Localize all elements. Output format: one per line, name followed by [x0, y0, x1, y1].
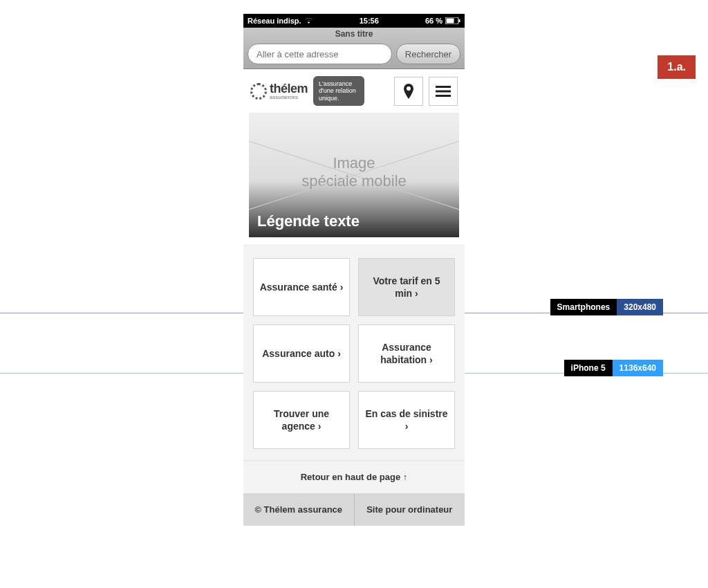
svg-rect-2: [458, 19, 460, 22]
guide-label-res: 320x480: [617, 299, 663, 315]
guide-label-name: iPhone 5: [564, 360, 613, 376]
hero-caption: Légende texte: [257, 212, 360, 230]
tile-grid: Assurance santé › Votre tarif en 5 min ›…: [243, 244, 465, 460]
tile-assurance-habitation[interactable]: Assurance habitation ›: [358, 324, 455, 383]
safari-search-button[interactable]: Rechercher: [396, 44, 460, 64]
tile-assurance-auto[interactable]: Assurance auto ›: [253, 324, 350, 383]
back-to-top-link[interactable]: Retour en haut de page ↑: [243, 460, 465, 493]
footer-desktop-link[interactable]: Site pour ordinateur: [355, 493, 465, 526]
tile-votre-tarif[interactable]: Votre tarif en 5 min ›: [358, 258, 455, 316]
brand-logo[interactable]: thélem assurances: [250, 82, 308, 100]
guide-label-smartphones: Smartphones 320x480: [550, 299, 663, 315]
guide-label-name: Smartphones: [550, 299, 617, 315]
tile-en-cas-de-sinistre[interactable]: En cas de sinistre ›: [358, 391, 455, 449]
site-header: thélem assurances L'assurance d'une rela…: [243, 69, 465, 113]
carrier-text: Réseau indisp.: [248, 17, 301, 25]
tile-assurance-sante[interactable]: Assurance santé ›: [253, 258, 350, 316]
logo-text-line1: thélem: [270, 82, 308, 95]
locate-agency-button[interactable]: [394, 77, 423, 106]
tile-trouver-agence[interactable]: Trouver une agence ›: [253, 391, 350, 449]
safari-window-title: Sans titre: [243, 28, 465, 41]
site-footer: © Thélem assurance Site pour ordinateur: [243, 493, 465, 526]
guide-label-iphone5: iPhone 5 1136x640: [564, 360, 663, 376]
safari-chrome: Sans titre Rechercher: [243, 28, 465, 69]
clock-text: 15:56: [360, 17, 379, 25]
guide-label-res: 1136x640: [613, 360, 663, 376]
logo-text-line2: assurances: [270, 95, 308, 100]
menu-button[interactable]: [429, 77, 458, 106]
battery-icon: [445, 17, 460, 24]
hero-placeholder-line1: Image: [333, 154, 375, 172]
map-pin-icon: [403, 84, 414, 99]
hero-placeholder-line2: spéciale mobile: [301, 172, 407, 190]
svg-rect-1: [446, 19, 454, 24]
hamburger-icon: [436, 86, 451, 97]
slide-badge: 1.a.: [658, 55, 696, 79]
tagline-bubble: L'assurance d'une relation unique.: [313, 76, 364, 106]
wifi-icon: [304, 17, 313, 24]
battery-text: 66 %: [425, 17, 442, 25]
footer-copyright: © Thélem assurance: [243, 493, 355, 526]
logo-mark-icon: [250, 83, 267, 100]
address-bar[interactable]: [248, 44, 392, 64]
hero-image-placeholder: Image spéciale mobile Légende texte: [249, 113, 459, 237]
phone-mockup: Réseau indisp. 15:56 66 % Sans titre Rec…: [243, 14, 465, 526]
svg-rect-3: [436, 86, 451, 88]
svg-rect-4: [436, 90, 451, 92]
ios-statusbar: Réseau indisp. 15:56 66 %: [243, 14, 465, 28]
svg-rect-5: [436, 95, 451, 97]
